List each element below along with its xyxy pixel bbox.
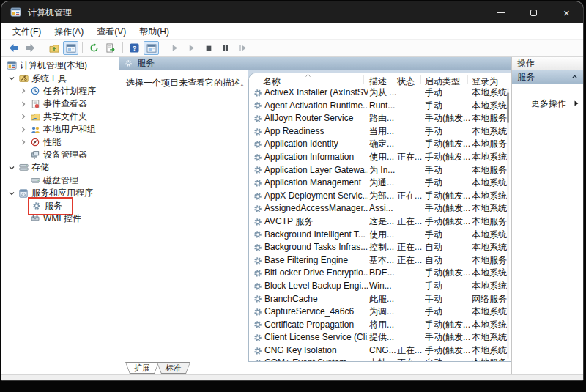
service-gear-icon (253, 89, 262, 97)
tree-item-2[interactable]: 任务计划程序 (1, 85, 119, 97)
resume-service-button[interactable] (184, 41, 199, 55)
service-status: 正在... (397, 190, 424, 203)
service-row-17[interactable]: CaptureService_4a6c6为调...手动本地系统 (249, 306, 511, 319)
start-service-button[interactable] (167, 41, 182, 55)
service-row-3[interactable]: App Readiness当用...手动本地系统 (249, 125, 511, 138)
service-row-20[interactable]: CNG Key IsolationCNG...正在...手动(触发...本地系统 (249, 344, 511, 358)
service-row-21[interactable]: COM+ Event System支持...正在...自动本地服务 (249, 357, 511, 361)
tree-item-8[interactable]: 存储 (1, 161, 119, 174)
service-name-cell: COM+ Event System (253, 357, 368, 361)
column-separator[interactable] (420, 75, 421, 84)
tree-item-11[interactable]: 服务 (1, 199, 119, 212)
service-description: 控制... (369, 241, 396, 254)
export-list-icon (106, 43, 116, 53)
console-window-button[interactable] (144, 41, 159, 55)
service-row-15[interactable]: Block Level Backup Engi...Win...手动本地系统 (249, 280, 511, 293)
minimize-button[interactable] (484, 1, 517, 23)
service-row-0[interactable]: ActiveX Installer (AxInstSV)为从 ...手动本地系统 (249, 86, 511, 100)
view-tab-extended[interactable]: 扩展 (125, 362, 159, 374)
service-description: 基本... (369, 254, 396, 267)
tree-item-1[interactable]: 系统工具 (1, 72, 119, 84)
service-row-1[interactable]: Agent Activation Runtime...Runt...手动本地系统 (249, 100, 511, 113)
service-row-12[interactable]: Background Tasks Infras...控制...正在...自动本地… (249, 241, 511, 254)
service-gear-icon (253, 243, 262, 252)
menu-item-0[interactable]: 文件(F) (6, 24, 48, 39)
service-row-2[interactable]: AllJoyn Router Service路由...手动(触发...本地服务 (249, 112, 511, 125)
view-tab-label: 扩展 (126, 363, 158, 373)
chevron-down-icon[interactable] (6, 164, 18, 171)
service-name-cell: Background Intelligent T... (253, 229, 368, 242)
service-row-6[interactable]: Application Layer Gatewa...为 In...手动本地服务 (249, 164, 511, 177)
help-button[interactable]: ? (127, 41, 142, 55)
chevron-right-icon[interactable] (18, 138, 29, 146)
chevron-down-icon[interactable] (6, 75, 18, 82)
service-startup-type: 手动 (425, 164, 471, 177)
close-icon: × (563, 7, 570, 18)
column-separator[interactable] (467, 75, 468, 84)
export-list-button[interactable] (103, 41, 119, 55)
restart-service-button[interactable] (234, 41, 250, 55)
column-separator[interactable] (363, 75, 364, 84)
service-row-10[interactable]: AVCTP 服务这是...正在...手动(触发...本地服务 (249, 215, 511, 229)
tree-item-6[interactable]: 性能 (1, 136, 119, 148)
service-row-9[interactable]: AssignedAccessManager...Assi...手动(触发...本… (249, 202, 511, 215)
service-logon-as: 本地系统 (472, 229, 510, 242)
more-actions-arrow-icon (574, 100, 579, 106)
view-tab-standard[interactable]: 标准 (157, 362, 190, 374)
tree-item-7[interactable]: 设备管理器 (1, 149, 119, 161)
menu-item-1[interactable]: 操作(A) (48, 24, 90, 39)
service-row-19[interactable]: Client License Service (Cli...提供...手动(触发… (249, 331, 511, 344)
service-row-14[interactable]: BitLocker Drive Encryptio...BDE...手动(触发.… (249, 267, 511, 280)
show-console-tree-button[interactable] (46, 41, 62, 55)
list-scrollbar-thumb[interactable] (507, 92, 509, 123)
service-row-18[interactable]: Certificate Propagation将用...手动(触发...本地系统 (249, 319, 511, 332)
stop-service-button[interactable] (201, 41, 216, 55)
chevron-right-icon[interactable] (18, 100, 29, 108)
menu-item-2[interactable]: 查看(V) (90, 24, 133, 39)
chevron-right-icon[interactable] (18, 113, 29, 120)
service-name: Application Layer Gatewa... (264, 164, 368, 177)
service-row-7[interactable]: Application Management为通...手动本地系统 (249, 177, 511, 190)
service-row-16[interactable]: BranchCache此服...手动网络服务 (249, 293, 511, 306)
chevron-down-icon[interactable] (6, 190, 18, 197)
chevron-right-icon[interactable] (18, 87, 29, 95)
maximize-button[interactable] (517, 1, 550, 23)
service-name: AssignedAccessManager... (264, 202, 368, 215)
service-row-8[interactable]: AppX Deployment Servic...为部...正在...手动(触发… (249, 190, 511, 203)
chevron-right-icon[interactable] (18, 126, 29, 133)
tree-item-12[interactable]: WMI 控件 (1, 212, 119, 225)
menu-item-3[interactable]: 帮助(H) (133, 24, 176, 39)
service-startup-type: 手动(触发... (425, 331, 471, 344)
column-separator[interactable] (393, 75, 393, 84)
more-actions-item[interactable]: 更多操作 (512, 96, 583, 111)
service-name-cell: Certificate Propagation (253, 319, 368, 332)
service-startup-type: 手动(触发... (425, 215, 471, 229)
tree-item-0[interactable]: 计算机管理(本地) (1, 59, 119, 72)
pause-service-button[interactable] (218, 41, 233, 55)
service-name: BitLocker Drive Encryptio... (264, 267, 368, 280)
service-name-cell: AssignedAccessManager... (253, 202, 368, 215)
tree-item-label: 性能 (43, 136, 61, 149)
services-panel-header: 服务 (119, 57, 511, 70)
service-row-4[interactable]: Application Identity确定...手动(触发...本地服务 (249, 138, 511, 151)
description-hint: 选择一个项目来查看它的描述。 (126, 77, 249, 89)
tree-item-9[interactable]: 磁盘管理 (1, 174, 119, 187)
tree-item-3[interactable]: 事件查看器 (1, 97, 119, 110)
back-button[interactable] (6, 41, 21, 55)
close-button[interactable]: × (550, 1, 583, 23)
refresh-button[interactable] (86, 41, 102, 55)
tree-item-5[interactable]: 本地用户和组 (1, 123, 119, 136)
forward-button[interactable] (23, 41, 38, 55)
tree-item-4[interactable]: 共享文件夹 (1, 111, 119, 123)
collapse-chevron-up-icon[interactable] (571, 75, 578, 79)
console-window-button[interactable] (63, 41, 78, 55)
service-gear-icon (253, 308, 262, 317)
service-row-5[interactable]: Application Information使用...正在...手动(触发..… (249, 151, 511, 164)
toolbar: ? (1, 40, 583, 57)
system-tools-icon (18, 74, 29, 83)
service-row-13[interactable]: Base Filtering Engine基本...正在...自动本地服务 (249, 254, 511, 267)
actions-group-header[interactable]: 服务 (512, 70, 583, 84)
service-row-11[interactable]: Background Intelligent T...使用...手动本地系统 (249, 229, 511, 242)
list-scrollbar-track[interactable] (507, 88, 509, 359)
panel-gear-icon (125, 59, 133, 67)
